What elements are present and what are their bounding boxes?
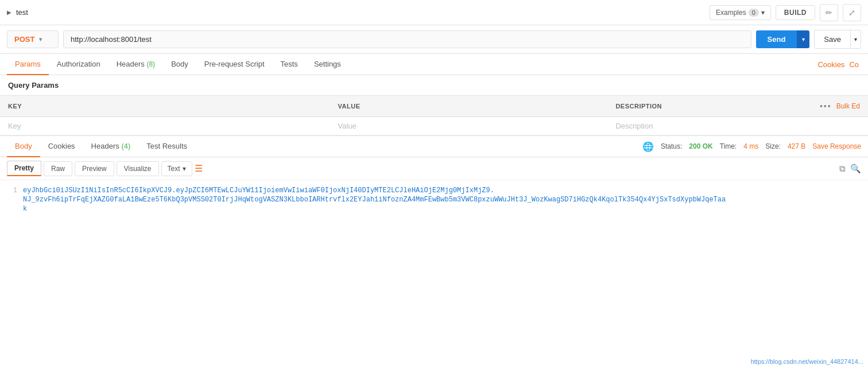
more-options-icon[interactable]: •••: [820, 102, 832, 111]
params-table-header: KEY VALUE DESCRIPTION ••• Bulk Ed: [0, 95, 868, 117]
code-line-2: NJ_9zvFh6ipTrFqEjXAZG0faLA1BwEze5T6KbQ3p…: [0, 195, 868, 204]
line-number-2: [0, 196, 23, 204]
expand-icon: ⤢: [848, 8, 855, 17]
btab-cookies[interactable]: Cookies: [40, 136, 83, 157]
method-chevron-icon: ▾: [39, 36, 42, 42]
wrap-lines-icon[interactable]: ☰: [195, 163, 203, 174]
code-line-1: 1 eyJhbGci0iJSUzI1NiIsInR5cCI6IkpXVCJ9.e…: [0, 186, 868, 195]
bulk-edit-button[interactable]: Bulk Ed: [836, 102, 860, 110]
save-dropdown-button[interactable]: ▾: [851, 30, 861, 49]
examples-button[interactable]: Examples 0 ▾: [710, 5, 771, 20]
request-tabs-row: Params Authorization Headers (8) Body Pr…: [0, 54, 868, 75]
method-label: POST: [14, 35, 34, 44]
query-params-title: Query Params: [0, 75, 868, 95]
size-value: 427 B: [788, 142, 805, 150]
description-cell[interactable]: Description: [607, 117, 868, 135]
url-input[interactable]: [63, 30, 751, 48]
co-link[interactable]: Co: [849, 60, 859, 69]
btab-headers[interactable]: Headers (4): [83, 136, 139, 157]
preview-button[interactable]: Preview: [75, 161, 114, 176]
value-cell[interactable]: Value: [330, 117, 608, 135]
col-value-header: VALUE: [330, 100, 608, 112]
send-dropdown-button[interactable]: ▾: [797, 30, 809, 48]
text-chevron-icon: ▾: [183, 165, 186, 173]
code-line-3: k: [0, 204, 868, 213]
response-tabs-row: Body Cookies Headers (4) Test Results 🌐 …: [0, 136, 868, 157]
size-label: Size:: [765, 142, 781, 150]
build-button[interactable]: BUILD: [776, 5, 815, 20]
search-button[interactable]: 🔍: [850, 164, 861, 174]
format-bar-right: ⧉ 🔍: [839, 164, 861, 174]
top-bar-right: Examples 0 ▾ BUILD ✏ ⤢: [710, 4, 861, 21]
col-description-header: DESCRIPTION: [607, 100, 812, 112]
copy-button[interactable]: ⧉: [839, 164, 846, 174]
cookies-link[interactable]: Cookies: [817, 60, 844, 69]
save-response-button[interactable]: Save Response: [812, 142, 861, 150]
line-number-3: [0, 205, 23, 213]
btab-test-results[interactable]: Test Results: [138, 136, 195, 157]
tab-headers[interactable]: Headers (8): [108, 54, 163, 75]
time-label: Time:: [720, 142, 737, 150]
time-value: 4 ms: [743, 142, 758, 150]
line-number-1: 1: [0, 187, 23, 195]
code-content-3: k: [23, 205, 868, 213]
raw-button[interactable]: Raw: [44, 161, 72, 176]
response-panel: Body Cookies Headers (4) Test Results 🌐 …: [0, 135, 868, 219]
format-bar: Pretty Raw Preview Visualize Text ▾ ☰ ⧉ …: [0, 157, 868, 180]
col-actions-header: ••• Bulk Ed: [812, 99, 868, 113]
edit-icon: ✏: [826, 8, 832, 17]
globe-icon: 🌐: [642, 141, 654, 152]
response-meta: 🌐 Status: 200 OK Time: 4 ms Size: 427 B …: [642, 141, 861, 152]
tab-params[interactable]: Params: [7, 54, 49, 75]
tab-settings[interactable]: Settings: [306, 54, 349, 75]
col-key-header: KEY: [0, 100, 330, 112]
tab-body[interactable]: Body: [163, 54, 196, 75]
pretty-button[interactable]: Pretty: [7, 161, 41, 176]
top-bar: ▶ test Examples 0 ▾ BUILD ✏ ⤢: [0, 0, 868, 25]
btab-body[interactable]: Body: [7, 136, 40, 157]
request-tabs-left: Params Authorization Headers (8) Body Pr…: [7, 54, 349, 75]
edit-icon-button[interactable]: ✏: [820, 4, 838, 21]
request-tabs-right: Cookies Co: [817, 60, 861, 69]
query-params-section: Query Params KEY VALUE DESCRIPTION ••• B…: [0, 75, 868, 135]
visualize-button[interactable]: Visualize: [117, 161, 159, 176]
examples-count-badge: 0: [749, 9, 759, 17]
expand-icon-button[interactable]: ⤢: [843, 4, 861, 21]
tab-authorization[interactable]: Authorization: [49, 54, 108, 75]
send-button[interactable]: Send: [756, 30, 797, 48]
code-content-2: NJ_9zvFh6ipTrFqEjXAZG0faLA1BwEze5T6KbQ3p…: [23, 196, 868, 204]
collapse-arrow-icon[interactable]: ▶: [7, 9, 11, 15]
response-code-area: 1 eyJhbGci0iJSUzI1NiIsInR5cCI6IkpXVCJ9.e…: [0, 180, 868, 219]
url-bar: POST ▾ Send ▾ Save ▾: [0, 25, 868, 54]
tab-tests[interactable]: Tests: [273, 54, 306, 75]
save-button[interactable]: Save: [814, 30, 851, 49]
response-tabs-left: Body Cookies Headers (4) Test Results: [7, 136, 195, 157]
top-bar-left: ▶ test: [7, 8, 28, 17]
save-btn-group: Save ▾: [814, 30, 861, 49]
text-format-dropdown[interactable]: Text ▾: [161, 161, 192, 176]
tab-prerequest[interactable]: Pre-request Script: [196, 54, 273, 75]
key-cell[interactable]: Key: [0, 117, 330, 135]
method-selector[interactable]: POST ▾: [7, 30, 59, 48]
request-name: test: [16, 8, 28, 17]
params-table-row: Key Value Description: [0, 117, 868, 135]
code-content-1: eyJhbGci0iJSUzI1NiIsInR5cCI6IkpXVCJ9.eyJ…: [23, 187, 868, 195]
status-label: Status:: [661, 142, 682, 150]
chevron-down-icon: ▾: [761, 9, 765, 17]
format-bar-left: Pretty Raw Preview Visualize Text ▾ ☰: [7, 161, 203, 176]
status-value: 200 OK: [689, 142, 712, 150]
